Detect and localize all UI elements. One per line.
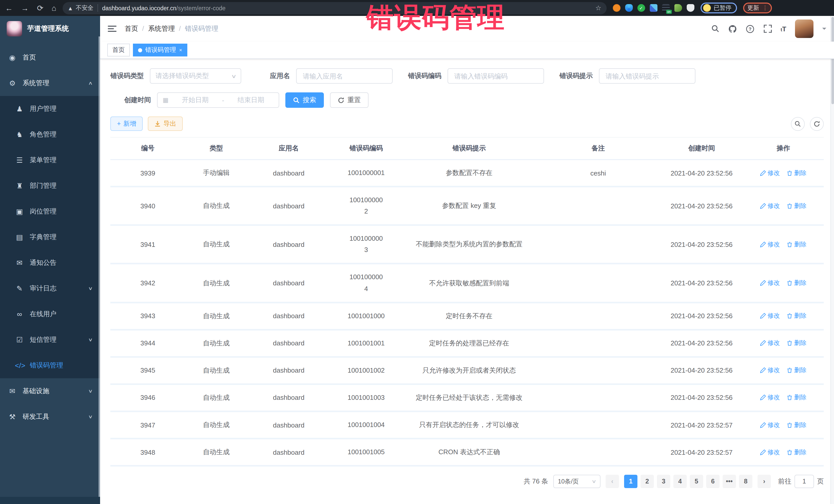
sidebar-item[interactable]: </> 错误码管理 (0, 353, 100, 378)
table-row[interactable]: 3946 自动生成 dashboard 1001001003 定时任务已经处于该… (110, 384, 824, 411)
back-icon[interactable]: ← (5, 4, 13, 12)
sidebar-item[interactable]: ♜ 部门管理 (0, 173, 100, 199)
extension-icon-blue-grid[interactable] (650, 4, 657, 12)
table-row[interactable]: 3947 自动生成 dashboard 1001001004 只有开启状态的任务… (110, 411, 824, 439)
table-header-cell[interactable]: 创建时间 (660, 137, 743, 160)
view-tag[interactable]: 首页 (107, 44, 130, 57)
page-number[interactable]: 4 (673, 475, 687, 488)
hamburger-icon[interactable] (108, 26, 116, 32)
avatar-caret-icon[interactable] (822, 28, 826, 32)
edit-link[interactable]: 修改 (760, 201, 780, 210)
extension-icon-green-key[interactable] (674, 4, 682, 12)
page-number[interactable]: 6 (706, 475, 720, 488)
sidebar-item[interactable]: ∞ 在线用户 (0, 301, 100, 327)
edit-link[interactable]: 修改 (760, 421, 780, 429)
prev-page-button[interactable]: ‹ (606, 475, 619, 488)
sidebar-item[interactable]: ☑ 短信管理 ∨ (0, 327, 100, 353)
profile-paused-chip[interactable]: 已暂停 (700, 3, 737, 13)
edit-link[interactable]: 修改 (760, 311, 780, 320)
delete-link[interactable]: 删除 (787, 339, 807, 348)
extension-icon-list[interactable]: on (662, 4, 670, 12)
table-row[interactable]: 3940 自动生成 dashboard 100100000 2 参数配置 key… (110, 187, 824, 225)
sidebar-item[interactable]: ⚒ 研发工具 ∨ (0, 404, 100, 430)
view-tag[interactable]: 错误码管理 × (133, 44, 187, 57)
reload-icon[interactable]: ⟳ (37, 3, 43, 13)
search-icon[interactable] (711, 24, 720, 33)
sidebar-item[interactable]: ✉ 通知公告 (0, 250, 100, 276)
page-number[interactable]: 2 (640, 475, 654, 488)
delete-link[interactable]: 删除 (787, 201, 807, 210)
fullscreen-icon[interactable] (763, 24, 772, 33)
refresh-button[interactable] (810, 117, 824, 131)
sidebar-item[interactable]: ⚙ 系统管理 ∧ (0, 70, 100, 96)
delete-link[interactable]: 删除 (787, 448, 807, 457)
sidebar-item[interactable]: ☰ 菜单管理 (0, 147, 100, 173)
table-header-cell[interactable]: 操作 (743, 137, 824, 160)
delete-link[interactable]: 删除 (787, 366, 807, 375)
breadcrumb-item[interactable]: 系统管理/ (148, 24, 181, 34)
security-chip[interactable]: ▲ 不安全 (67, 4, 98, 12)
table-header-cell[interactable]: 编号 (110, 137, 185, 160)
table-row[interactable]: 3942 自动生成 dashboard 100100000 4 不允许获取敏感配… (110, 264, 824, 302)
extension-icon-green-check[interactable]: ✓ (637, 4, 645, 12)
table-header-cell[interactable]: 错误码编码 (330, 137, 402, 160)
edit-link[interactable]: 修改 (760, 240, 780, 249)
table-row[interactable]: 3945 自动生成 dashboard 1001001002 只允许修改为开启或… (110, 357, 824, 384)
edit-link[interactable]: 修改 (760, 448, 780, 457)
table-header-cell[interactable]: 应用名 (247, 137, 330, 160)
extension-icon-blue-pin[interactable] (625, 4, 633, 12)
edit-link[interactable]: 修改 (760, 169, 780, 177)
table-row[interactable]: 3944 自动生成 dashboard 1001001001 定时任务的处理器已… (110, 330, 824, 357)
export-button[interactable]: 导出 (148, 116, 183, 131)
sidebar-item[interactable]: ✎ 审计日志 ∨ (0, 276, 100, 301)
edit-link[interactable]: 修改 (760, 279, 780, 287)
error-code-input[interactable] (447, 68, 544, 84)
page-number[interactable]: ••• (723, 475, 736, 488)
delete-link[interactable]: 删除 (787, 421, 807, 429)
search-button[interactable]: 搜索 (285, 92, 324, 108)
delete-link[interactable]: 删除 (787, 393, 807, 402)
avatar[interactable] (795, 20, 813, 38)
table-row[interactable]: 3948 自动生成 dashboard 1001001005 CRON 表达式不… (110, 439, 824, 466)
address-bar[interactable]: ▲ 不安全 dashboard.yudao.iocoder.cn/system/… (62, 2, 607, 14)
github-icon[interactable] (728, 24, 737, 33)
sidebar-collapse-bar[interactable] (0, 497, 100, 504)
toggle-search-button[interactable] (791, 117, 805, 131)
sidebar-item[interactable]: ◉ 首页 (0, 45, 100, 70)
sidebar-item[interactable]: ▣ 岗位管理 (0, 199, 100, 224)
page-number[interactable]: 8 (739, 475, 752, 488)
sidebar-logo[interactable]: 芋道管理系统 (0, 16, 100, 42)
app-name-input[interactable] (296, 68, 393, 84)
browser-update-button[interactable]: 更新 ⋮ (743, 3, 772, 13)
extension-icon-orange[interactable] (613, 4, 620, 12)
delete-link[interactable]: 删除 (787, 169, 807, 177)
bookmark-star-icon[interactable]: ☆ (595, 4, 601, 12)
page-scrollbar[interactable] (830, 16, 834, 504)
breadcrumb-item[interactable]: 错误码管理 (185, 24, 218, 34)
page-number[interactable]: 5 (690, 475, 703, 488)
edit-link[interactable]: 修改 (760, 393, 780, 402)
help-icon[interactable]: ? (746, 24, 754, 33)
page-number[interactable]: 1 (624, 475, 637, 488)
sidebar-item[interactable]: ▤ 字典管理 (0, 224, 100, 250)
home-icon[interactable]: ⌂ (51, 4, 56, 12)
next-page-button[interactable]: › (758, 475, 771, 488)
page-number[interactable]: 3 (657, 475, 670, 488)
sidebar-item[interactable]: ♞ 角色管理 (0, 122, 100, 147)
delete-link[interactable]: 删除 (787, 311, 807, 320)
delete-link[interactable]: 删除 (787, 240, 807, 249)
date-range-picker[interactable]: ▦ 开始日期 - 结束日期 (157, 92, 279, 108)
sidebar-item[interactable]: ✉ 基础设施 ∨ (0, 378, 100, 404)
error-type-select[interactable]: 请选择错误码类型 ∨ (150, 68, 241, 84)
table-row[interactable]: 3941 自动生成 dashboard 100100000 3 不能删除类型为系… (110, 225, 824, 264)
table-header-cell[interactable]: 类型 (185, 137, 247, 160)
goto-page-input[interactable] (794, 475, 814, 488)
error-msg-input[interactable] (599, 68, 696, 84)
tag-close-icon[interactable]: × (179, 47, 182, 53)
forward-icon[interactable]: → (21, 4, 29, 12)
extension-icon-puzzle[interactable] (686, 4, 694, 12)
breadcrumb-item[interactable]: 首页/ (125, 24, 144, 34)
delete-link[interactable]: 删除 (787, 279, 807, 287)
browser-menu-icon[interactable]: ⋮ (762, 5, 768, 11)
page-size-select[interactable]: 10条/页 ∨ (553, 475, 600, 488)
